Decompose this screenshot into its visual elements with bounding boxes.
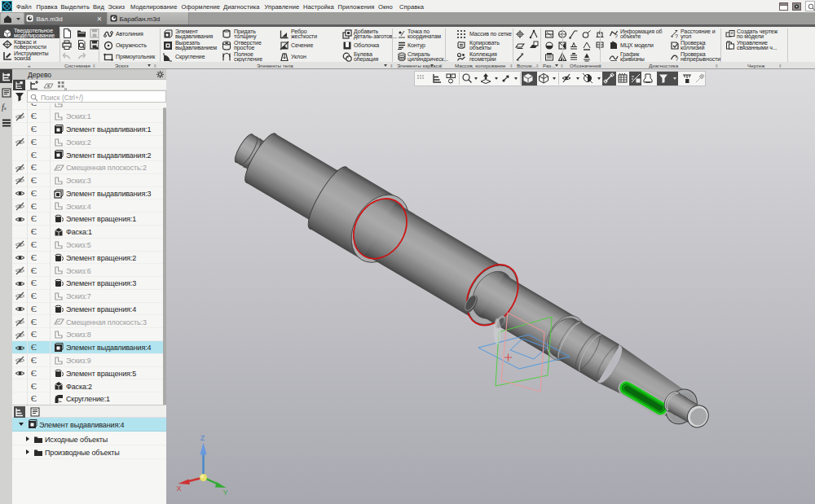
svg-text:X: X [176,484,181,493]
svg-text:Z: Z [200,434,205,442]
svg-text:?: ? [615,33,618,39]
svg-text:Y: Y [222,489,227,497]
svg-text:?: ? [676,56,679,62]
svg-text:?: ? [675,33,678,39]
